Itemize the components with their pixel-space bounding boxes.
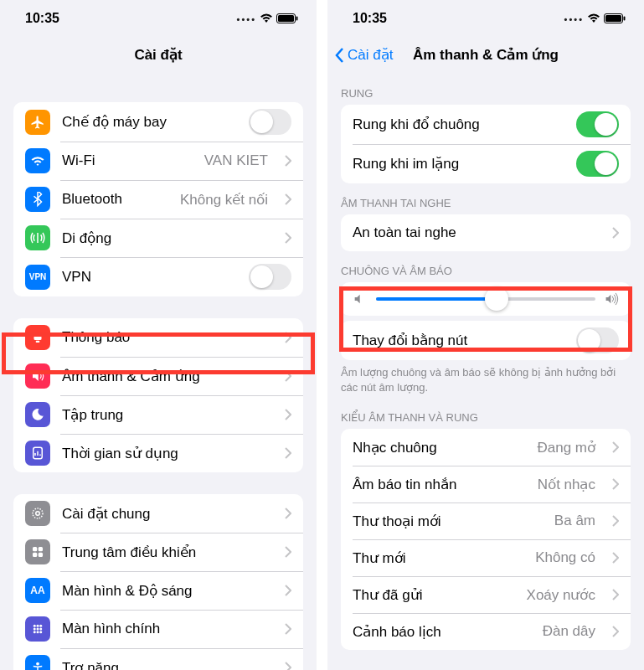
- vpn-icon: VPN: [25, 265, 50, 290]
- section-header-sound-patterns: KIỂU ÂM THANH VÀ RUNG: [327, 398, 644, 429]
- row-accessibility[interactable]: Trợ năng: [13, 648, 303, 670]
- row-label: Cảnh báo lịch: [353, 623, 531, 641]
- status-bar: 10:35: [0, 0, 317, 37]
- row-display[interactable]: AA Màn hình & Độ sáng: [13, 571, 303, 610]
- row-label: Thời gian sử dụng: [62, 445, 268, 462]
- gear-icon: [25, 501, 50, 526]
- row-voicemail[interactable]: Thư thoại mới Ba âm: [341, 502, 631, 539]
- battery-icon: [604, 13, 626, 23]
- airplane-toggle[interactable]: [249, 109, 291, 135]
- page-title: Âm thanh & Cảm ứng: [413, 46, 559, 64]
- row-label: Âm thanh & Cảm ứng: [62, 368, 268, 385]
- accessibility-icon: [25, 655, 50, 670]
- row-value: Không kết nối: [180, 191, 268, 209]
- page-title: Cài đặt: [134, 46, 182, 64]
- row-value: Đang mở: [537, 439, 595, 456]
- chevron-right-icon: [612, 626, 619, 637]
- chevron-right-icon: [612, 589, 619, 600]
- row-sent-mail[interactable]: Thư đã gửi Xoáy nước: [341, 576, 631, 613]
- svg-point-21: [36, 662, 39, 666]
- svg-point-7: [33, 508, 43, 518]
- row-homescreen[interactable]: Màn hình chính: [13, 610, 303, 648]
- back-button[interactable]: Cài đặt: [334, 46, 393, 64]
- notifications-icon: [25, 325, 50, 350]
- row-value: Ba âm: [554, 513, 595, 529]
- chevron-right-icon: [285, 193, 291, 205]
- svg-rect-24: [624, 17, 626, 21]
- group-sound-patterns: Nhạc chuông Đang mở Âm báo tin nhắn Nốt …: [341, 429, 631, 650]
- row-text-tone[interactable]: Âm báo tin nhắn Nốt nhạc: [341, 466, 631, 502]
- row-label: Thư mới: [353, 549, 523, 567]
- vibrate-ring-toggle[interactable]: [576, 111, 619, 137]
- section-header-ringer: CHUÔNG VÀ ÂM BÁO: [327, 251, 644, 282]
- row-change-with-buttons[interactable]: Thay đổi bằng nút: [341, 321, 631, 360]
- volume-slider[interactable]: [376, 297, 595, 301]
- row-label: An toàn tai nghe: [353, 224, 595, 241]
- row-value: Không có: [535, 549, 595, 566]
- sounds-icon: [25, 363, 50, 389]
- svg-point-20: [39, 631, 42, 633]
- volume-low-icon: [353, 292, 368, 306]
- bluetooth-icon: [25, 187, 50, 212]
- status-icons: [237, 11, 298, 26]
- settings-group-notifications: Thông báo Âm thanh & Cảm ứng Tập trung T…: [13, 318, 303, 472]
- vibrate-silent-toggle[interactable]: [576, 151, 619, 177]
- row-vibrate-ring[interactable]: Rung khi đổ chuông: [341, 105, 631, 144]
- chevron-right-icon: [285, 155, 291, 167]
- svg-rect-8: [33, 547, 37, 551]
- display-icon: AA: [25, 578, 50, 603]
- row-notifications[interactable]: Thông báo: [13, 318, 303, 357]
- row-vpn[interactable]: VPN VPN: [13, 257, 303, 296]
- chevron-right-icon: [612, 227, 619, 239]
- row-bluetooth[interactable]: Bluetooth Không kết nối: [13, 180, 303, 219]
- status-time: 10:35: [353, 11, 387, 26]
- row-cellular[interactable]: Di động: [13, 219, 303, 257]
- svg-point-17: [39, 628, 42, 631]
- chevron-right-icon: [285, 508, 291, 519]
- status-time: 10:35: [25, 11, 59, 26]
- back-label: Cài đặt: [348, 46, 393, 64]
- row-screentime[interactable]: Thời gian sử dụng: [13, 434, 303, 472]
- vpn-toggle[interactable]: [249, 264, 291, 290]
- svg-rect-11: [39, 553, 43, 557]
- row-value: VAN KIET: [204, 152, 268, 169]
- nav-bar: Cài đặt Âm thanh & Cảm ứng: [327, 37, 644, 74]
- signal-icon: [237, 11, 256, 26]
- svg-rect-10: [33, 553, 37, 557]
- nav-bar: Cài đặt: [0, 37, 317, 74]
- row-calendar-alert[interactable]: Cảnh báo lịch Đàn dây: [341, 613, 631, 650]
- screentime-icon: [25, 441, 50, 466]
- svg-rect-9: [39, 547, 43, 551]
- wifi-icon: [25, 148, 50, 173]
- row-label: Thư đã gửi: [353, 586, 515, 604]
- row-label: Cài đặt chung: [62, 505, 268, 523]
- row-label: Rung khi đổ chuông: [353, 116, 564, 133]
- svg-rect-1: [278, 15, 294, 22]
- change-with-buttons-toggle[interactable]: [576, 327, 619, 353]
- chevron-right-icon: [285, 585, 291, 596]
- row-wifi[interactable]: Wi-Fi VAN KIET: [13, 142, 303, 180]
- battery-icon: [276, 13, 298, 23]
- row-value: Nốt nhạc: [538, 476, 595, 493]
- volume-slider-row: [341, 282, 631, 316]
- group-ringer: [341, 282, 631, 316]
- row-label: Trung tâm điều khiển: [62, 544, 268, 561]
- chevron-right-icon: [612, 478, 619, 490]
- row-vibrate-silent[interactable]: Rung khi im lặng: [341, 144, 631, 183]
- row-general[interactable]: Cài đặt chung: [13, 494, 303, 533]
- row-sounds[interactable]: Âm thanh & Cảm ứng: [13, 357, 303, 395]
- row-value: Đàn dây: [543, 623, 595, 640]
- row-ringtone[interactable]: Nhạc chuông Đang mở: [341, 429, 631, 466]
- row-airplane[interactable]: Chế độ máy bay: [13, 102, 303, 142]
- controlcenter-icon: [25, 539, 50, 564]
- row-label: Trợ năng: [62, 659, 268, 671]
- chevron-right-icon: [285, 546, 291, 558]
- row-headphone-safety[interactable]: An toàn tai nghe: [341, 214, 631, 251]
- row-label: Bluetooth: [62, 191, 168, 208]
- svg-point-19: [37, 631, 39, 633]
- chevron-right-icon: [285, 370, 291, 382]
- row-focus[interactable]: Tập trung: [13, 395, 303, 434]
- row-controlcenter[interactable]: Trung tâm điều khiển: [13, 533, 303, 571]
- row-mail[interactable]: Thư mới Không có: [341, 539, 631, 576]
- row-label: VPN: [62, 269, 237, 286]
